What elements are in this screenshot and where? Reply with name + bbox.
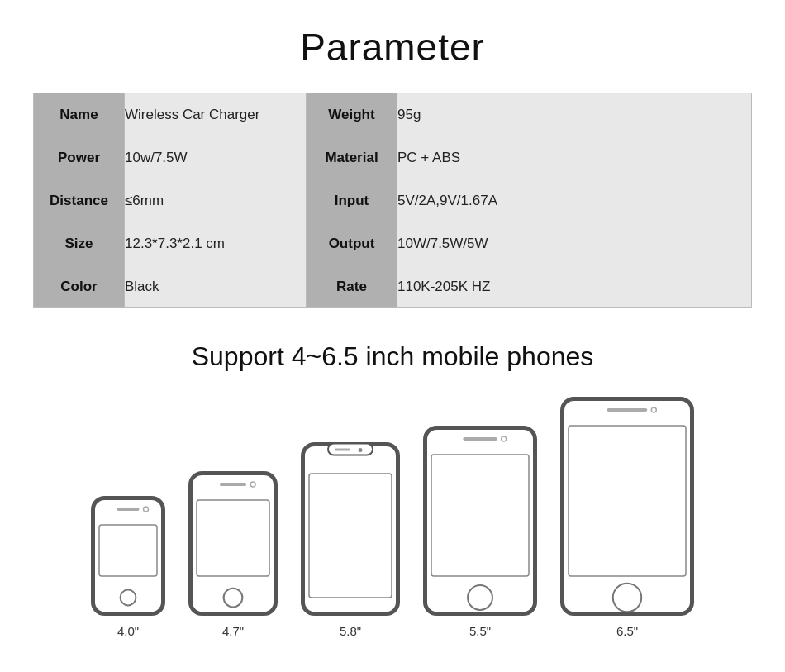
svg-rect-22 (607, 408, 648, 412)
svg-rect-16 (431, 455, 529, 576)
table-row: Distance ≤6mm Input 5V/2A,9V/1.67A (34, 179, 752, 222)
svg-rect-17 (463, 437, 497, 441)
phone-svg (301, 442, 400, 616)
support-title: Support 4~6.5 inch mobile phones (33, 341, 752, 372)
page-title: Parameter (33, 25, 752, 69)
svg-point-13 (359, 448, 363, 452)
phone-item: 4.7" (188, 471, 278, 638)
phones-container: 4.0" 4.7" 5.8" 5.5" 6.5" (33, 397, 752, 646)
right-label-cell-3: Output (307, 222, 397, 265)
right-label-cell-2: Input (307, 179, 397, 222)
right-label-cell-4: Rate (307, 265, 397, 308)
value-cell-0: Wireless Car Charger (125, 93, 307, 136)
right-value-cell-1: PC + ABS (397, 136, 752, 179)
right-value-cell-4: 110K-205K HZ (397, 265, 752, 308)
phone-item: 4.0" (91, 496, 165, 638)
phone-label: 4.0" (117, 624, 139, 638)
phone-label: 4.7" (222, 624, 244, 638)
right-value-cell-3: 10W/7.5W/5W (397, 222, 752, 265)
value-cell-3: 12.3*7.3*2.1 cm (125, 222, 307, 265)
right-label-cell-0: Weight (307, 93, 397, 136)
svg-rect-21 (569, 426, 686, 576)
label-cell-1: Power (34, 136, 125, 179)
phone-item: 6.5" (560, 397, 694, 638)
phone-label: 5.5" (469, 624, 491, 638)
svg-rect-1 (99, 525, 157, 576)
table-row: Power 10w/7.5W Material PC + ABS (34, 136, 752, 179)
table-row: Color Black Rate 110K-205K HZ (34, 265, 752, 308)
label-cell-3: Size (34, 222, 125, 265)
value-cell-4: Black (125, 265, 307, 308)
phone-svg (91, 496, 165, 616)
right-value-cell-0: 95g (397, 93, 752, 136)
phone-label: 6.5" (616, 624, 638, 638)
page-container: Parameter Name Wireless Car Charger Weig… (0, 0, 785, 672)
label-cell-4: Color (34, 265, 125, 308)
phone-label: 5.8" (340, 624, 361, 638)
right-label-cell-1: Material (307, 136, 397, 179)
phone-svg (188, 471, 278, 616)
parameter-table: Name Wireless Car Charger Weight 95g Pow… (33, 93, 752, 308)
svg-rect-14 (335, 449, 350, 451)
value-cell-2: ≤6mm (125, 179, 307, 222)
value-cell-1: 10w/7.5W (125, 136, 307, 179)
table-row: Size 12.3*7.3*2.1 cm Output 10W/7.5W/5W (34, 222, 752, 265)
svg-rect-6 (197, 500, 269, 576)
phone-svg (560, 397, 694, 616)
label-cell-0: Name (34, 93, 125, 136)
phone-svg (423, 426, 537, 616)
label-cell-2: Distance (34, 179, 125, 222)
right-value-cell-2: 5V/2A,9V/1.67A (397, 179, 752, 222)
svg-rect-11 (309, 474, 392, 598)
table-row: Name Wireless Car Charger Weight 95g (34, 93, 752, 136)
phone-item: 5.5" (423, 426, 537, 638)
svg-rect-2 (117, 508, 140, 511)
svg-rect-7 (220, 483, 246, 486)
phone-item: 5.8" (301, 442, 400, 638)
